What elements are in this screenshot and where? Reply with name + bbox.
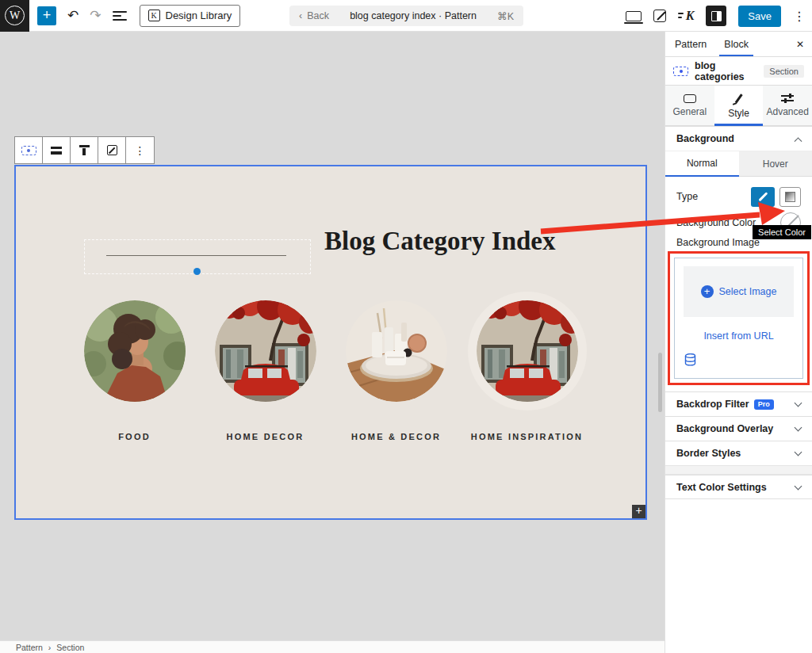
category-image-home-inspiration[interactable] xyxy=(477,300,578,402)
back-chevron-icon: ‹ xyxy=(299,10,302,21)
divider-resize-handle[interactable] xyxy=(193,268,201,275)
tab-style-label: Style xyxy=(728,108,749,119)
background-color-label: Background Color xyxy=(676,217,756,228)
category-label[interactable]: HOME INSPIRATION xyxy=(471,432,583,441)
tab-block[interactable]: Block xyxy=(724,32,749,56)
category-item-food[interactable]: FOOD xyxy=(84,300,186,441)
breadcrumb-section[interactable]: Section xyxy=(56,643,84,652)
command-shortcut: ⌘K xyxy=(497,10,514,22)
category-label[interactable]: HOME DECOR xyxy=(227,432,304,441)
copy-styles-icon xyxy=(107,145,117,155)
breadcrumb-separator-icon: › xyxy=(48,643,52,652)
settings-sidebar: Pattern Block ✕ blog categories Section … xyxy=(665,32,812,653)
save-button[interactable]: Save xyxy=(738,6,781,27)
category-label[interactable]: HOME & DECOR xyxy=(351,432,441,441)
kadence-performance-icon[interactable]: K xyxy=(678,9,694,23)
panel-group-divider xyxy=(665,465,812,475)
breadcrumb: Pattern › Section xyxy=(0,640,665,653)
options-menu-icon[interactable]: ⋮ xyxy=(793,9,806,24)
panel-backdrop-filter[interactable]: Backdrop Filter Pro xyxy=(665,391,812,416)
category-item-home-decor[interactable]: HOME DECOR xyxy=(215,300,316,441)
design-library-label: Design Library xyxy=(166,10,232,21)
select-image-dropzone[interactable]: + Select Image xyxy=(684,266,794,317)
background-panel-header[interactable]: Background xyxy=(665,127,812,151)
section-heading[interactable]: Blog Category Index xyxy=(324,227,556,256)
alignment-button[interactable] xyxy=(43,137,71,163)
category-item-home-inspiration[interactable]: HOME INSPIRATION xyxy=(477,300,578,441)
settings-sidebar-toggle[interactable] xyxy=(706,6,726,26)
background-type-row: Type xyxy=(665,183,812,210)
tab-advanced-label: Advanced xyxy=(766,106,808,117)
block-type-badge: Section xyxy=(764,65,804,78)
gradient-background-type-button[interactable] xyxy=(779,187,801,207)
select-image-label: Select Image xyxy=(719,286,777,297)
type-label: Type xyxy=(676,191,698,202)
chevron-down-icon xyxy=(795,424,802,432)
panel-background-overlay[interactable]: Background Overlay xyxy=(665,416,812,441)
back-label: Back xyxy=(307,10,329,21)
tab-style[interactable]: Style xyxy=(714,86,764,126)
wordpress-logo-icon: W xyxy=(5,6,25,25)
section-block-icon xyxy=(673,67,688,76)
database-icon xyxy=(684,353,696,366)
document-bar[interactable]: ‹ Back blog category index · Pattern ⌘K xyxy=(289,6,523,26)
section-block-button[interactable] xyxy=(15,137,43,163)
tab-general-label: General xyxy=(672,106,707,117)
edit-mode-icon[interactable] xyxy=(653,10,666,22)
category-item-home-and-decor[interactable]: HOME & DECOR xyxy=(346,300,447,441)
add-block-button[interactable]: + xyxy=(632,505,645,518)
background-state-tabs: Normal Hover xyxy=(665,151,812,177)
redo-icon[interactable]: ↷ xyxy=(90,7,101,24)
back-button[interactable]: ‹ Back xyxy=(299,10,329,21)
chevron-down-icon xyxy=(795,399,802,407)
block-options-icon: ⋮ xyxy=(135,144,146,157)
close-sidebar-icon[interactable]: ✕ xyxy=(796,39,804,50)
pen-icon xyxy=(733,93,745,105)
sliders-icon xyxy=(781,94,794,103)
category-label[interactable]: FOOD xyxy=(118,432,151,441)
preview-device-icon[interactable] xyxy=(626,11,642,21)
brush-icon xyxy=(758,192,768,201)
vertical-align-button[interactable] xyxy=(71,137,98,163)
panel-text-color-settings[interactable]: Text Color Settings xyxy=(665,475,812,499)
solid-background-type-button[interactable] xyxy=(751,187,775,207)
undo-icon[interactable]: ↶ xyxy=(67,7,79,24)
tab-advanced[interactable]: Advanced xyxy=(763,86,812,126)
background-panel-title: Background xyxy=(676,133,734,144)
chevron-down-icon xyxy=(795,482,802,490)
wordpress-logo[interactable]: W xyxy=(0,0,29,32)
border-styles-label: Border Styles xyxy=(676,448,741,459)
category-image-home-decor[interactable] xyxy=(215,300,316,402)
blog-categories-section[interactable]: Blog Category Index xyxy=(14,165,647,520)
insert-from-url-link[interactable]: Insert from URL xyxy=(684,330,794,342)
tab-normal[interactable]: Normal xyxy=(665,151,739,177)
category-image-food[interactable] xyxy=(84,300,186,402)
breadcrumb-pattern[interactable]: Pattern xyxy=(16,643,43,652)
panel-border-styles[interactable]: Border Styles xyxy=(665,441,812,465)
background-image-box: + Select Image Insert from URL xyxy=(674,258,803,379)
category-row: FOOD xyxy=(16,300,645,441)
alignment-icon xyxy=(51,147,62,155)
sidebar-tabs: Pattern Block ✕ xyxy=(665,32,812,57)
dynamic-source-button[interactable] xyxy=(684,353,794,369)
block-options-button[interactable]: ⋮ xyxy=(126,137,154,163)
plus-circle-icon: + xyxy=(701,285,714,298)
tab-pattern[interactable]: Pattern xyxy=(675,32,707,56)
category-image-home-and-decor[interactable] xyxy=(346,300,447,402)
canvas-scrollbar[interactable] xyxy=(658,353,662,412)
sidebar-panel-icon xyxy=(711,11,722,21)
editor-topbar: W + ↶ ↷ K Design Library ‹ Back blog cat… xyxy=(0,0,812,32)
list-view-icon[interactable] xyxy=(113,11,127,21)
background-overlay-label: Background Overlay xyxy=(676,423,773,434)
divider-line[interactable] xyxy=(106,255,286,256)
tab-general[interactable]: General xyxy=(665,86,714,126)
street-scene-illustration xyxy=(477,300,578,402)
street-scene-illustration xyxy=(215,300,316,402)
woman-portrait-illustration xyxy=(84,300,186,402)
design-library-button[interactable]: K Design Library xyxy=(140,5,241,27)
block-inserter-button[interactable]: + xyxy=(37,6,56,25)
tab-hover[interactable]: Hover xyxy=(739,151,812,177)
backdrop-filter-label: Backdrop Filter xyxy=(676,399,749,410)
copy-styles-button[interactable] xyxy=(98,137,126,163)
section-block-icon xyxy=(21,146,36,155)
